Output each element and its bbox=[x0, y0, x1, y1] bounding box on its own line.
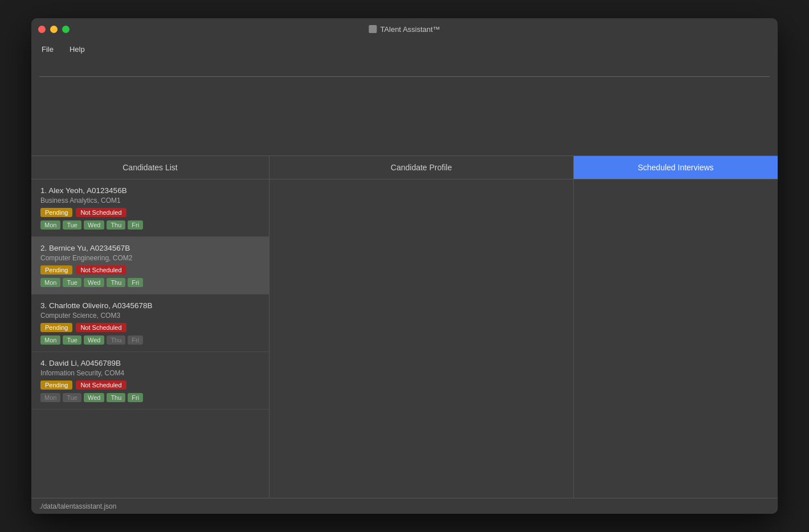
day-tag: Wed bbox=[84, 335, 104, 345]
candidate-badges: PendingNot Scheduled bbox=[40, 208, 260, 217]
app-icon bbox=[369, 25, 377, 33]
statusbar: ./data/talentassistant.json bbox=[31, 498, 778, 514]
day-tag: Wed bbox=[84, 393, 104, 402]
badge-pending: Pending bbox=[40, 323, 72, 332]
candidates-list-header: Candidates List bbox=[31, 156, 269, 179]
availability-days: MonTueWedThuFri bbox=[40, 220, 260, 230]
candidate-name: 1. Alex Yeoh, A0123456B bbox=[40, 186, 260, 195]
availability-days: MonTueWedThuFri bbox=[40, 393, 260, 402]
candidates-list-panel: Candidates List 1. Alex Yeoh, A0123456BB… bbox=[31, 156, 269, 498]
candidate-profile-header: Candidate Profile bbox=[269, 156, 573, 179]
day-tag: Fri bbox=[128, 278, 143, 287]
availability-days: MonTueWedThuFri bbox=[40, 335, 260, 345]
file-menu[interactable]: File bbox=[38, 43, 57, 56]
day-tag: Wed bbox=[84, 220, 104, 230]
input-area bbox=[31, 58, 778, 81]
minimize-button[interactable] bbox=[50, 26, 58, 33]
candidate-item[interactable]: 1. Alex Yeoh, A0123456BBusiness Analytic… bbox=[31, 179, 269, 237]
help-menu[interactable]: Help bbox=[66, 43, 88, 56]
day-tag: Fri bbox=[128, 393, 143, 402]
titlebar: TAlent Assistant™ bbox=[31, 18, 778, 40]
content-upper bbox=[31, 81, 778, 155]
badge-schedule-status: Not Scheduled bbox=[76, 265, 126, 275]
day-tag: Thu bbox=[107, 335, 125, 345]
day-tag: Mon bbox=[40, 335, 60, 345]
candidates-scroll[interactable]: 1. Alex Yeoh, A0123456BBusiness Analytic… bbox=[31, 179, 269, 498]
scheduled-interviews-header: Scheduled Interviews bbox=[574, 156, 778, 179]
candidate-dept: Business Analytics, COM1 bbox=[40, 197, 260, 204]
candidate-name: 4. David Li, A0456789B bbox=[40, 359, 260, 367]
day-tag: Mon bbox=[40, 393, 60, 402]
badge-schedule-status: Not Scheduled bbox=[76, 323, 126, 332]
candidate-item[interactable]: 3. Charlotte Oliveiro, A0345678BComputer… bbox=[31, 294, 269, 352]
day-tag: Tue bbox=[63, 335, 81, 345]
candidate-dept: Information Security, COM4 bbox=[40, 369, 260, 377]
day-tag: Thu bbox=[107, 278, 125, 287]
badge-pending: Pending bbox=[40, 380, 72, 390]
badge-schedule-status: Not Scheduled bbox=[76, 380, 126, 390]
badge-schedule-status: Not Scheduled bbox=[76, 208, 126, 217]
candidate-profile-panel: Candidate Profile bbox=[269, 156, 574, 498]
candidate-name: 2. Bernice Yu, A0234567B bbox=[40, 244, 260, 252]
candidate-item[interactable]: 4. David Li, A0456789BInformation Securi… bbox=[31, 352, 269, 410]
day-tag: Thu bbox=[107, 393, 125, 402]
candidate-badges: PendingNot Scheduled bbox=[40, 323, 260, 332]
day-tag: Fri bbox=[128, 335, 143, 345]
badge-pending: Pending bbox=[40, 208, 72, 217]
candidate-dept: Computer Science, COM3 bbox=[40, 312, 260, 320]
day-tag: Mon bbox=[40, 220, 60, 230]
traffic-lights bbox=[38, 26, 70, 33]
day-tag: Fri bbox=[128, 220, 143, 230]
maximize-button[interactable] bbox=[62, 26, 70, 33]
menubar: File Help bbox=[31, 40, 778, 58]
panels: Candidates List 1. Alex Yeoh, A0123456BB… bbox=[31, 155, 778, 498]
candidate-badges: PendingNot Scheduled bbox=[40, 380, 260, 390]
close-button[interactable] bbox=[38, 26, 46, 33]
day-tag: Tue bbox=[63, 220, 81, 230]
day-tag: Wed bbox=[84, 278, 104, 287]
day-tag: Thu bbox=[107, 220, 125, 230]
badge-pending: Pending bbox=[40, 265, 72, 275]
main-input[interactable] bbox=[39, 63, 770, 77]
day-tag: Tue bbox=[63, 278, 81, 287]
window-title: TAlent Assistant™ bbox=[369, 25, 440, 34]
candidate-dept: Computer Engineering, COM2 bbox=[40, 254, 260, 262]
availability-days: MonTueWedThuFri bbox=[40, 278, 260, 287]
statusbar-text: ./data/talentassistant.json bbox=[39, 502, 116, 510]
candidate-item[interactable]: 2. Bernice Yu, A0234567BComputer Enginee… bbox=[31, 237, 269, 294]
candidate-badges: PendingNot Scheduled bbox=[40, 265, 260, 275]
candidate-name: 3. Charlotte Oliveiro, A0345678B bbox=[40, 301, 260, 310]
app-window: TAlent Assistant™ File Help Candidates L… bbox=[31, 18, 778, 514]
day-tag: Mon bbox=[40, 278, 60, 287]
scheduled-interviews-panel: Scheduled Interviews bbox=[574, 156, 778, 498]
day-tag: Tue bbox=[63, 393, 81, 402]
